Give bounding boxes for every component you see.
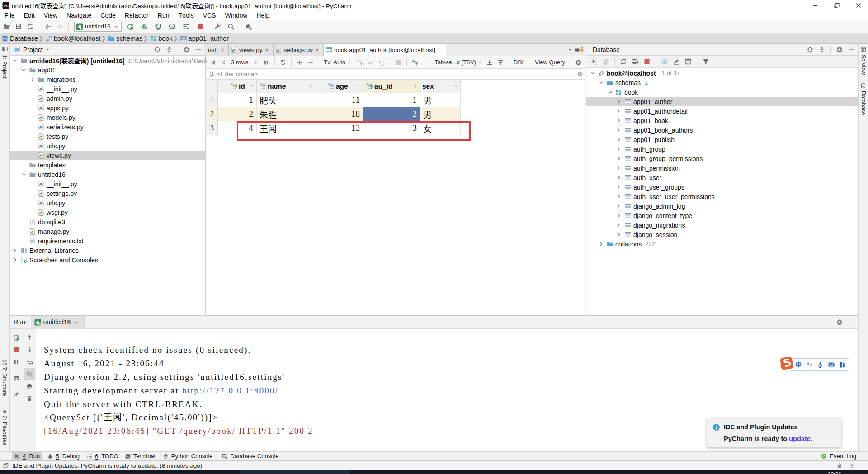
print-button[interactable] [24,380,35,392]
reload-page-button[interactable] [278,57,288,68]
menu-tools[interactable]: Tools [174,10,198,20]
tree-item-table-django_migrations[interactable]: django_migrations [586,220,858,230]
toolwindow-todo[interactable]: 6: TODO [84,452,121,461]
rollback-button[interactable] [376,57,387,68]
profiler-button[interactable] [166,21,178,32]
tree-item-project-root[interactable]: untitled16(联表查询) [untitled16]C:\Users\Ad… [10,56,205,65]
tree-item-urls-py[interactable]: urls.py [10,141,205,151]
open-table-button[interactable] [659,56,670,67]
close-icon[interactable] [74,320,79,325]
chevron-right-icon[interactable] [616,194,622,199]
import-data-button[interactable] [495,57,506,68]
tree-item-table-auth_user_user_permissions[interactable]: auth_user_user_permissions [586,192,858,201]
chevron-right-icon[interactable] [598,241,604,247]
debug-button[interactable] [138,21,150,32]
clear-filter-icon[interactable] [577,71,583,77]
grid-cell[interactable]: 男 [420,93,461,107]
stop-button[interactable] [10,344,22,356]
chevron-down-icon[interactable] [45,47,50,52]
notification-popup[interactable]: IDE and Plugin Updates PyCharm is ready … [707,418,841,447]
tree-item-collations[interactable]: collations 222 [586,239,858,249]
grid-settings-button[interactable] [573,57,584,68]
run-configuration-select[interactable]: untitled16 [74,22,122,32]
tree-item-urls-py[interactable]: urls.py [10,198,205,208]
column-header-age[interactable]: age [315,80,363,93]
chevron-right-icon[interactable] [616,175,622,180]
chevron-right-icon[interactable] [616,118,622,123]
refresh-button[interactable] [618,56,629,67]
menu-window[interactable]: Window [221,10,252,20]
clear-all-button[interactable] [24,393,35,404]
toolwindow-terminal[interactable]: Terminal [123,452,158,461]
tree-item-migrations[interactable]: migrations [10,75,205,84]
menu-edit[interactable]: Edit [19,10,39,20]
tree-item-admin-py[interactable]: admin.py [10,94,205,103]
chevron-right-icon[interactable] [616,146,622,152]
add-row-button[interactable] [294,57,305,68]
new-datasource-button[interactable] [588,56,600,67]
menu-refactor[interactable]: Refactor [120,10,153,20]
run-button[interactable] [124,21,136,32]
stripe-structure-tab[interactable]: 7: Structure [1,367,8,396]
grid-cell[interactable]: 18 [315,107,363,121]
tree-item-db-sqlite3[interactable]: db.sqlite3 [10,217,205,227]
tree-item-table-django_content_type[interactable]: django_content_type [586,211,858,220]
view-query-button[interactable]: View Query [535,59,565,66]
chevron-right-icon[interactable] [616,232,622,237]
tree-item-requirements-txt[interactable]: requirements.txt [10,236,205,246]
chevron-right-icon[interactable] [616,184,622,190]
unlock-icon[interactable] [837,463,843,469]
tree-item-table-app01_book_authors[interactable]: app01_book_authors [586,125,858,135]
previous-page-button[interactable] [218,57,229,68]
stripe-sciview-tab[interactable]: SciView [860,55,867,75]
chevron-right-icon[interactable] [616,156,622,161]
column-header-sex[interactable]: sex [420,80,461,93]
sogou-logo-icon[interactable] [780,356,793,370]
menu-code[interactable]: Code [96,10,120,20]
scroll-to-end-button[interactable] [24,368,35,380]
toolwindow-debug[interactable]: 5: Debug [45,452,82,461]
cancel-query-button[interactable] [393,57,404,68]
hide-panel-button[interactable] [845,44,857,55]
rerun-button[interactable] [10,332,22,343]
chevron-down-icon[interactable] [21,171,27,177]
grid-cell[interactable]: 男 [420,107,461,121]
tree-item-settings-py[interactable]: settings.py [10,189,205,198]
pause-output-button[interactable] [10,356,22,368]
hide-console-button[interactable] [845,317,857,327]
tree-item-external-libraries[interactable]: External Libraries [10,246,205,255]
next-page-button[interactable] [250,57,261,68]
sort-icon[interactable] [308,84,312,89]
chevron-down-icon[interactable] [607,89,613,95]
sort-icon[interactable] [454,84,458,89]
tree-item-table-app01_publish[interactable]: app01_publish [586,135,858,144]
disconnect-button[interactable] [641,56,653,67]
tab-views-py[interactable]: views.py [229,44,274,56]
grid-cell[interactable]: 1 [363,93,420,107]
tree-item-schema-book[interactable]: book [586,87,858,97]
duplicate-button[interactable] [600,56,612,67]
stop-button[interactable] [194,21,206,32]
tree-item-wsgi-py[interactable]: wsgi.py [10,208,205,217]
locate-object-button[interactable] [804,44,816,55]
console-link[interactable]: http://127.0.0.1:8000/ [182,386,279,395]
column-header-au_id[interactable]: au_id [363,80,420,93]
row-count[interactable]: 3 rows [231,59,248,66]
tree-item-views-py[interactable]: views.py [10,151,205,160]
toolwindow-database-console[interactable]: Database Console [220,452,281,461]
tab-settings-py[interactable]: settings.py [274,44,324,56]
hidden-tabs-icon[interactable] [574,47,580,53]
compare-button[interactable] [410,57,420,68]
tree-item-serializers-py[interactable]: serializers.py [10,122,205,132]
grid-cell[interactable]: 朱胜 [257,107,315,121]
tx-mode-select[interactable]: Tx: Auto [324,59,345,66]
tree-item-table-app01_author[interactable]: app01_author [586,97,858,106]
tree-item-table-auth_user_groups[interactable]: auth_user_groups [586,182,858,192]
grid-cell[interactable]: 2 [218,107,257,121]
search-everywhere-button[interactable] [225,21,237,32]
column-header-id[interactable]: id [218,80,257,93]
chevron-down-icon[interactable] [590,70,595,76]
locate-file-button[interactable] [151,44,163,55]
grid-cell[interactable]: 2 [363,107,420,121]
tree-item-manage-py[interactable]: manage.py [10,227,205,236]
